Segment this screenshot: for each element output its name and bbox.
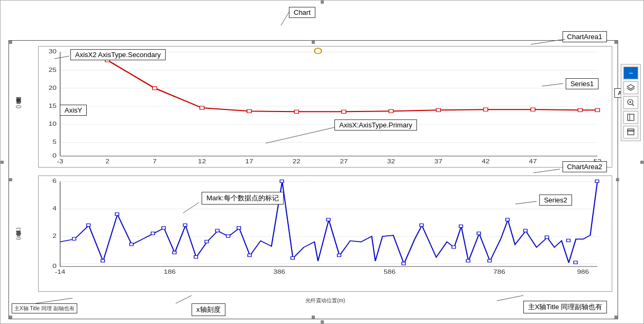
side-toolbar: − [621, 64, 641, 141]
corner-bl[interactable] [9, 316, 12, 319]
layers-button[interactable] [623, 81, 638, 94]
main-x-title-label: 主X轴 Title 同理 副轴也有 [12, 303, 77, 313]
inner-chart-border: ChartArea1 温差值(摄氏度) 光纤分区号(标量) [8, 40, 618, 319]
svg-rect-75 [226, 235, 230, 237]
svg-text:10: 10 [49, 121, 57, 127]
chart2-svg: 6 4 2 0 -14 186 386 586 786 986 [39, 176, 612, 291]
svg-rect-73 [205, 240, 208, 243]
svg-rect-68 [151, 232, 155, 235]
svg-text:37: 37 [434, 158, 442, 164]
chart1-svg: 30 25 20 15 10 5 0 -3 2 7 12 17 22 27 32… [39, 47, 612, 167]
svg-rect-69 [162, 227, 166, 229]
svg-rect-63 [72, 237, 76, 240]
main-x-title2-label: 主X轴Title 同理副轴也有 [523, 301, 607, 313]
svg-rect-79 [291, 257, 295, 260]
series2-annotation: Series2 [537, 195, 569, 206]
svg-rect-80 [326, 218, 330, 221]
svg-text:786: 786 [493, 269, 505, 275]
svg-text:5: 5 [52, 139, 57, 145]
svg-rect-94 [595, 180, 599, 182]
svg-line-95 [183, 202, 199, 213]
chart-area2: 震动值(a.u.) 光纤震动位置(m) 6 4 2 0 -14 186 [38, 175, 612, 292]
svg-rect-34 [294, 110, 298, 113]
svg-rect-72 [194, 256, 198, 258]
svg-rect-104 [628, 114, 634, 121]
svg-line-1 [531, 39, 565, 44]
svg-line-45 [542, 84, 563, 86]
svg-rect-78 [280, 180, 284, 182]
svg-rect-39 [531, 108, 535, 111]
svg-text:986: 986 [577, 269, 589, 275]
main-x-title-annotation: 主X轴 Title 同理 副轴也有 [12, 303, 77, 313]
svg-rect-41 [595, 108, 600, 112]
svg-rect-66 [115, 213, 119, 216]
mark-label: Mark:每个数据点的标记 [202, 192, 284, 205]
svg-rect-88 [488, 260, 492, 262]
inner-left-handle[interactable] [9, 178, 12, 181]
x-scale-annotation: x轴刻度 [192, 303, 225, 316]
svg-rect-70 [173, 251, 176, 254]
inner-bottom-handle[interactable] [312, 316, 315, 319]
svg-text:-14: -14 [55, 269, 66, 275]
minimize-button[interactable] [623, 126, 638, 138]
svg-text:2: 2 [52, 233, 57, 239]
chart-area1: 温差值(摄氏度) 光纤分区号(标量) 30 25 20 1 [38, 46, 612, 168]
svg-rect-64 [87, 224, 90, 226]
expand-button[interactable] [623, 111, 638, 124]
svg-rect-31 [152, 87, 157, 90]
right-handle[interactable] [640, 161, 643, 164]
top-handle[interactable] [321, 1, 324, 4]
svg-text:386: 386 [274, 269, 286, 275]
inner-top-handle[interactable] [312, 41, 315, 44]
chartarea2-annotation: ChartArea2 [560, 161, 604, 172]
bottom-handle[interactable] [321, 320, 324, 323]
svg-rect-33 [247, 109, 251, 113]
svg-rect-90 [523, 229, 527, 232]
svg-rect-67 [130, 243, 133, 246]
chart-title-label: Chart [289, 7, 315, 18]
axisx2-annotation: AxisX2 AxisType.Secondary [65, 49, 160, 60]
svg-text:25: 25 [49, 67, 57, 73]
zoom-in-button[interactable] [623, 96, 638, 109]
chart2-y-axis-title: 震动值(a.u.) [15, 227, 22, 239]
svg-rect-83 [420, 224, 423, 226]
svg-rect-89 [506, 218, 510, 221]
svg-text:20: 20 [49, 85, 57, 91]
corner-br[interactable] [614, 316, 618, 319]
svg-text:186: 186 [164, 269, 176, 275]
axisx-label: AxisX:AxisType.Primary [334, 119, 417, 131]
svg-line-96 [515, 201, 537, 204]
svg-rect-86 [466, 260, 470, 262]
left-handle[interactable] [1, 161, 4, 164]
svg-rect-82 [402, 262, 405, 265]
svg-line-98 [176, 295, 192, 303]
chartarea1-annotation: ChartArea1 [563, 31, 607, 42]
corner-tl[interactable] [9, 41, 12, 44]
svg-rect-81 [338, 254, 341, 256]
series1-annotation: Series1 [563, 78, 596, 89]
svg-text:32: 32 [387, 158, 395, 164]
svg-rect-93 [574, 261, 577, 264]
series2-label: Series2 [539, 195, 572, 206]
axisx2-label: AxisX2 AxisType.Secondary [70, 49, 166, 60]
svg-text:15: 15 [49, 103, 57, 109]
svg-text:6: 6 [52, 178, 57, 184]
svg-rect-65 [101, 260, 105, 262]
svg-point-42 [314, 48, 322, 53]
series1-label: Series1 [566, 78, 598, 89]
axisy-label: AxisY [60, 105, 87, 116]
svg-rect-37 [436, 108, 440, 112]
outer-container: Chart ChartArea1 温差值(摄氏度) 光纤分区号(标量) [0, 0, 644, 324]
svg-line-46 [533, 169, 560, 173]
svg-line-44 [266, 127, 334, 143]
svg-text:12: 12 [198, 158, 206, 164]
chart-title-annotation: Chart [260, 7, 292, 28]
svg-rect-85 [459, 225, 463, 227]
svg-rect-77 [248, 254, 251, 256]
corner-tr[interactable] [614, 41, 618, 44]
inner-right-handle[interactable] [616, 178, 619, 181]
zoom-out-button[interactable]: − [623, 67, 638, 79]
svg-text:17: 17 [245, 158, 253, 164]
svg-line-99 [497, 295, 523, 301]
chartarea1-label: ChartArea1 [563, 31, 607, 42]
